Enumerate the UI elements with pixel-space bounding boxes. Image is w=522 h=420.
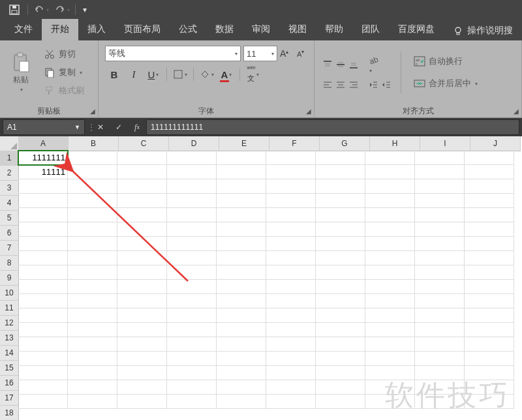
format-painter-button[interactable]: 格式刷 [40,83,87,98]
row-header[interactable]: 2 [0,166,19,181]
cell[interactable] [415,237,465,251]
cell[interactable] [415,179,465,194]
cell[interactable] [465,265,514,280]
cell[interactable] [217,265,266,280]
cell[interactable] [266,380,316,395]
cell[interactable] [266,194,316,208]
cell[interactable] [18,237,68,251]
increase-indent-button[interactable] [381,80,392,90]
cell[interactable] [365,251,415,265]
name-box[interactable]: A1▼ [3,119,85,135]
cell[interactable] [167,380,217,395]
cell[interactable] [415,265,465,280]
row-header[interactable]: 4 [0,196,19,211]
row-header[interactable]: 9 [0,271,19,286]
align-center-button[interactable] [335,80,346,90]
cell[interactable] [465,337,514,352]
cell[interactable] [465,208,514,222]
row-header[interactable]: 13 [0,331,19,346]
cell[interactable] [365,337,415,352]
cell[interactable] [465,179,514,194]
cell[interactable] [18,352,68,366]
cell[interactable] [167,179,217,194]
cell[interactable] [167,151,217,165]
cell[interactable] [117,165,167,179]
cell[interactable] [365,165,415,179]
column-header[interactable]: D [169,136,219,151]
cell[interactable] [465,237,514,251]
cell[interactable] [365,280,415,294]
cell[interactable] [217,222,266,237]
orientation-button[interactable]: ab▾ [368,55,378,74]
cell[interactable] [18,395,68,409]
cell[interactable] [465,251,514,265]
cell[interactable] [266,251,316,265]
cell[interactable] [68,237,117,251]
cut-button[interactable]: 剪切 [40,46,87,62]
cell[interactable] [465,323,514,337]
cell[interactable] [167,337,217,352]
row-header[interactable]: 8 [0,256,19,271]
cell[interactable] [365,308,415,323]
cell[interactable] [465,308,514,323]
cell[interactable] [68,194,117,208]
cell[interactable] [18,222,68,237]
cell[interactable] [217,280,266,294]
column-header[interactable]: G [320,136,370,151]
cell[interactable] [465,222,514,237]
align-left-button[interactable] [322,80,333,90]
cell[interactable] [117,265,167,280]
cell[interactable] [117,179,167,194]
increase-font-button[interactable]: A▴ [280,48,294,59]
cell[interactable] [117,366,167,380]
row-header[interactable]: 3 [0,181,19,196]
cell[interactable] [68,222,117,237]
cell[interactable] [167,308,217,323]
redo-button[interactable]: ▾ [53,2,71,18]
cell[interactable] [68,251,117,265]
column-header[interactable]: A [18,136,69,152]
cell[interactable] [68,352,117,366]
cell[interactable] [316,222,365,237]
cell[interactable] [316,265,365,280]
row-header[interactable]: 10 [0,286,19,301]
cell[interactable] [465,151,514,165]
tab-insert[interactable]: 插入 [78,19,115,40]
cell[interactable] [415,151,465,165]
cell[interactable] [465,395,514,409]
cell[interactable] [217,165,266,179]
undo-button[interactable]: ▾ [32,2,50,18]
cell[interactable] [117,337,167,352]
cell[interactable] [465,380,514,395]
cell[interactable] [316,208,365,222]
cells-area[interactable]: 111111111111 [18,151,514,409]
tab-team[interactable]: 团队 [352,19,389,40]
cell[interactable] [167,265,217,280]
cell[interactable] [266,308,316,323]
cell[interactable] [167,251,217,265]
column-header[interactable]: C [119,136,169,151]
merge-center-button[interactable]: 合并后居中▾ [410,76,480,91]
cell[interactable] [365,323,415,337]
cell[interactable] [415,352,465,366]
cell[interactable] [18,337,68,352]
cell[interactable] [316,352,365,366]
cell[interactable] [167,222,217,237]
tab-home[interactable]: 开始 [42,19,78,40]
cell[interactable] [167,366,217,380]
cell[interactable] [217,380,266,395]
cell[interactable] [117,251,167,265]
cell[interactable] [217,337,266,352]
cell[interactable] [316,251,365,265]
cell[interactable] [68,337,117,352]
cell[interactable] [365,194,415,208]
tab-view[interactable]: 视图 [279,19,316,40]
cell[interactable] [68,151,117,165]
cell[interactable] [365,208,415,222]
cell[interactable] [316,194,365,208]
align-bottom-button[interactable] [348,59,359,70]
cell[interactable] [217,194,266,208]
cell[interactable] [68,165,117,179]
cell[interactable] [167,323,217,337]
cell[interactable] [415,251,465,265]
